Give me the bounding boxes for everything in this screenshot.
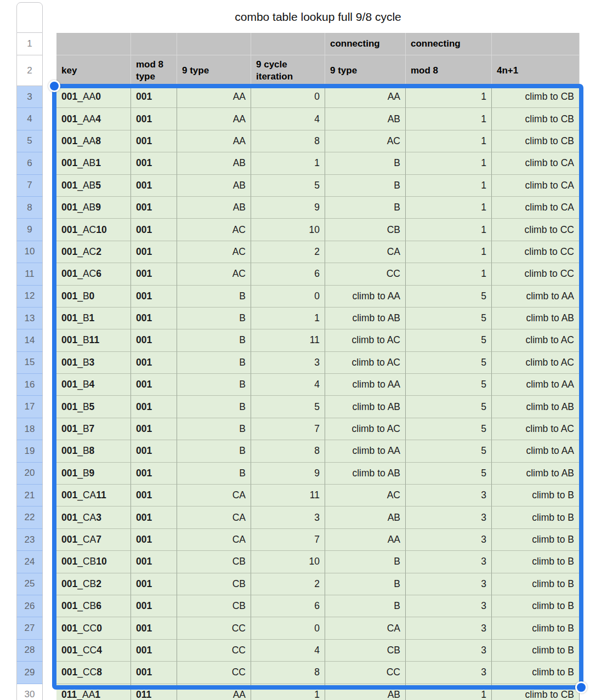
row-number[interactable]: 13 xyxy=(16,308,43,329)
row-strip-corner[interactable] xyxy=(16,2,43,33)
header-row1-cell-mod-8-type[interactable] xyxy=(131,33,177,55)
spreadsheet-window: combo table lookup full 9/8 cycle 123456… xyxy=(0,0,607,700)
row-number[interactable]: 15 xyxy=(16,352,43,374)
row-number[interactable]: 19 xyxy=(16,440,43,462)
row-number[interactable]: 6 xyxy=(16,152,43,174)
row-number[interactable]: 26 xyxy=(16,595,43,617)
table-title[interactable]: combo table lookup full 9/8 cycle xyxy=(56,10,580,24)
selection-handle-bottom-right-icon[interactable] xyxy=(575,681,587,693)
row-number[interactable]: 8 xyxy=(16,197,43,219)
row-number-strip: 1234567891011121314151617181920212223242… xyxy=(16,2,43,700)
header-row1-cell-4n-plus-1[interactable] xyxy=(492,33,580,55)
row-number[interactable]: 11 xyxy=(16,263,43,285)
row-number[interactable]: 22 xyxy=(16,506,43,528)
header-row-1: connectingconnecting xyxy=(56,33,580,55)
selection-rectangle xyxy=(52,84,583,690)
row-number[interactable]: 23 xyxy=(16,529,43,551)
row-number[interactable]: 7 xyxy=(16,175,43,197)
row-number[interactable]: 28 xyxy=(16,640,43,662)
header-row1-cell-connecting-mod-8[interactable]: connecting xyxy=(406,33,492,55)
header-cell-connecting-9-type[interactable]: 9 type xyxy=(325,55,406,86)
row-number[interactable]: 29 xyxy=(16,662,43,684)
header-cell-9-cycle-iteration[interactable]: 9 cycle iteration xyxy=(251,55,325,86)
row-number[interactable]: 20 xyxy=(16,463,43,485)
row-number[interactable]: 16 xyxy=(16,374,43,396)
header-cell-4n-plus-1[interactable]: 4n+1 xyxy=(492,55,580,86)
row-number[interactable]: 18 xyxy=(16,418,43,440)
header-cell-9-type[interactable]: 9 type xyxy=(177,55,251,86)
header-row1-cell-9-cycle-iteration[interactable] xyxy=(251,33,325,55)
header-cell-connecting-mod-8[interactable]: mod 8 xyxy=(406,55,492,86)
header-row-2: keymod 8 type9 type9 cycle iteration9 ty… xyxy=(56,55,580,86)
row-number[interactable]: 10 xyxy=(16,241,43,263)
row-number[interactable]: 25 xyxy=(16,573,43,595)
row-number[interactable]: 4 xyxy=(16,108,43,130)
row-number[interactable]: 5 xyxy=(16,130,43,152)
row-number[interactable]: 24 xyxy=(16,551,43,573)
header-cell-mod-8-type[interactable]: mod 8 type xyxy=(131,55,177,86)
row-number[interactable]: 14 xyxy=(16,329,43,351)
row-number[interactable]: 30 xyxy=(16,684,43,700)
row-number[interactable]: 2 xyxy=(16,55,43,86)
row-number[interactable]: 3 xyxy=(16,86,43,108)
row-number[interactable]: 9 xyxy=(16,219,43,241)
header-row1-cell-key[interactable] xyxy=(56,33,131,55)
row-number[interactable]: 21 xyxy=(16,485,43,506)
row-number[interactable]: 12 xyxy=(16,286,43,308)
header-row1-cell-9-type[interactable] xyxy=(177,33,251,55)
header-row1-cell-connecting-9-type[interactable]: connecting xyxy=(325,33,406,55)
row-number[interactable]: 1 xyxy=(16,33,43,55)
header-cell-key[interactable]: key xyxy=(56,55,131,86)
selection-handle-top-left-icon[interactable] xyxy=(48,80,60,92)
row-number[interactable]: 17 xyxy=(16,396,43,418)
row-number[interactable]: 27 xyxy=(16,617,43,639)
